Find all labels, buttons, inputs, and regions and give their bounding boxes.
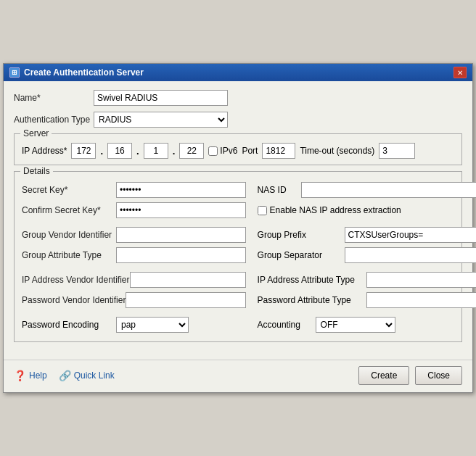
ip-vendor-input[interactable] (130, 272, 246, 288)
group-attr-row: Group Attribute Type (22, 247, 252, 263)
pass-vendor-label: Password Vendor Identifier (22, 295, 126, 305)
window-title: Create Authentication Server (24, 67, 144, 78)
ip-attr-input[interactable] (366, 272, 476, 288)
ip-part-1[interactable] (71, 143, 96, 159)
server-row: IP Address* . . . IPv6 Port Time-out (se… (22, 143, 454, 159)
quicklink-label: Quick Link (74, 370, 115, 381)
ipv6-checkbox[interactable] (208, 146, 218, 156)
name-label: Name* (14, 93, 94, 103)
footer-left: ❓ Help 🔗 Quick Link (14, 370, 115, 381)
main-window: ⊞ Create Authentication Server ✕ Name* A… (3, 63, 473, 393)
confirm-secret-key-input[interactable] (116, 202, 246, 218)
port-input[interactable] (262, 143, 295, 159)
nas-enable-label: Enable NAS IP address extraction (270, 205, 401, 215)
group-sep-input[interactable] (345, 247, 476, 263)
nas-id-label: NAS ID (258, 185, 301, 195)
ip-part-2[interactable] (107, 143, 132, 159)
pass-attr-label: Password Attribute Type (258, 295, 366, 305)
name-row: Name* (14, 90, 462, 106)
details-group-title: Details (20, 166, 53, 176)
accounting-select[interactable]: OFF ON (316, 317, 395, 333)
group-prefix-label: Group Prefix (258, 230, 345, 240)
secret-key-row: Secret Key* (22, 182, 252, 198)
ip-vendor-row: IP Address Vendor Identifier (22, 272, 252, 288)
ipv6-check: IPv6 (208, 146, 237, 156)
group-prefix-input[interactable] (345, 227, 476, 243)
name-input[interactable] (94, 90, 228, 106)
timeout-label: Time-out (seconds) (300, 146, 374, 156)
quicklink-link[interactable]: 🔗 Quick Link (59, 370, 115, 381)
auth-type-label: Authentication Type (14, 115, 94, 125)
close-button[interactable]: Close (415, 366, 462, 385)
auth-type-select[interactable]: RADIUS LDAP Active Directory (94, 112, 228, 128)
help-link[interactable]: ❓ Help (14, 370, 47, 381)
timeout-input[interactable] (379, 143, 415, 159)
ip-attr-row: IP Address Attribute Type (252, 272, 476, 288)
ip-address-label: IP Address* (22, 146, 67, 156)
group-vendor-label: Group Vendor Identifier (22, 230, 116, 240)
group-sep-label: Group Separator (258, 250, 345, 260)
encoding-label: Password Encoding (22, 320, 116, 330)
pass-vendor-row: Password Vendor Identifier (22, 292, 252, 308)
port-label: Port (242, 146, 258, 156)
window-icon: ⊞ (9, 67, 20, 78)
server-group-title: Server (20, 128, 52, 138)
accounting-label: Accounting (258, 320, 316, 330)
window-close-button[interactable]: ✕ (454, 67, 467, 78)
window-body: Name* Authentication Type RADIUS LDAP Ac… (4, 81, 472, 357)
group-prefix-row: Group Prefix (252, 227, 476, 243)
group-vendor-row: Group Vendor Identifier (22, 227, 252, 243)
nas-enable-row: Enable NAS IP address extraction (252, 202, 476, 218)
details-group: Details Secret Key* NAS ID Confirm Secre… (14, 171, 462, 342)
footer: ❓ Help 🔗 Quick Link Create Close (4, 360, 472, 392)
pass-attr-row: Password Attribute Type (252, 292, 476, 308)
ip-attr-label: IP Address Attribute Type (258, 275, 366, 285)
confirm-secret-key-label: Confirm Secret Key* (22, 205, 116, 215)
group-vendor-input[interactable] (116, 227, 246, 243)
pass-vendor-input[interactable] (126, 292, 245, 308)
secret-key-input[interactable] (116, 182, 246, 198)
footer-right: Create Close (358, 366, 462, 385)
ip-part-3[interactable] (144, 143, 168, 159)
encoding-row: Password Encoding pap chap mschap (22, 317, 252, 333)
auth-type-row: Authentication Type RADIUS LDAP Active D… (14, 112, 462, 128)
accounting-row: Accounting OFF ON (252, 317, 476, 333)
help-icon: ❓ (14, 370, 26, 381)
quicklink-icon: 🔗 (59, 370, 71, 381)
nas-id-input[interactable] (301, 182, 476, 198)
group-sep-row: Group Separator (252, 247, 476, 263)
ip-part-4[interactable] (179, 143, 204, 159)
server-group: Server IP Address* . . . IPv6 Port Time-… (14, 133, 462, 165)
encoding-select[interactable]: pap chap mschap (116, 317, 189, 333)
pass-attr-input[interactable] (366, 292, 476, 308)
ip-vendor-label: IP Address Vendor Identifier (22, 275, 130, 285)
secret-key-label: Secret Key* (22, 185, 116, 195)
create-button[interactable]: Create (358, 366, 409, 385)
group-attr-label: Group Attribute Type (22, 250, 116, 260)
title-bar: ⊞ Create Authentication Server ✕ (4, 64, 472, 81)
title-bar-left: ⊞ Create Authentication Server (9, 67, 144, 78)
ipv6-label: IPv6 (220, 146, 237, 156)
nas-id-row: NAS ID (252, 182, 476, 198)
confirm-secret-key-row: Confirm Secret Key* (22, 202, 252, 218)
group-attr-input[interactable] (116, 247, 246, 263)
help-label: Help (29, 370, 47, 381)
nas-enable-checkbox[interactable] (258, 206, 267, 215)
